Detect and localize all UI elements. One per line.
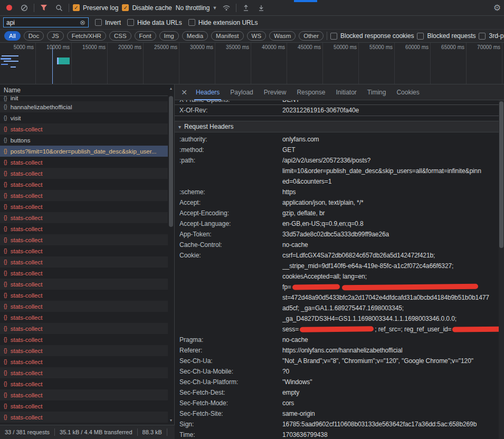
name-column-header[interactable]: Name (0, 84, 174, 96)
network-conditions-button[interactable] (221, 3, 232, 13)
request-row[interactable]: {}stats-collect (0, 412, 168, 423)
tab-response[interactable]: Response (291, 84, 330, 100)
filter-pill-js[interactable]: JS (47, 31, 63, 41)
timeline-label: 5000 ms (0, 43, 36, 84)
export-har-button[interactable] (255, 3, 267, 13)
request-list-scrollbar[interactable]: ▲ ▼ (168, 84, 174, 425)
scroll-up-icon[interactable]: ▲ (168, 85, 174, 92)
blocked-requests-checkbox[interactable]: Blocked requests (417, 32, 476, 40)
request-row[interactable]: {}stats-collect (0, 279, 168, 290)
detail-scrollbar[interactable] (499, 100, 504, 439)
network-filter-input[interactable] (6, 19, 78, 26)
filter-pill-media[interactable]: Media (182, 31, 208, 41)
request-row[interactable]: {}stats-collect (0, 378, 168, 389)
request-row[interactable]: {}stats-collect (0, 400, 168, 412)
hide-extension-urls-checkbox[interactable]: Hide extension URLs (188, 19, 258, 26)
request-row[interactable]: {}stats-collect (0, 223, 168, 234)
request-row[interactable]: {}stats-collect (0, 201, 168, 212)
filter-button[interactable] (38, 3, 50, 13)
tab-cookies[interactable]: Cookies (391, 84, 424, 100)
settings-gear-icon[interactable]: ⚙ (493, 3, 501, 13)
disable-cache-checkbox[interactable]: ✓ Disable cache (122, 4, 172, 12)
request-row[interactable]: {}stats-collect (0, 157, 168, 168)
scrollbar-thumb[interactable] (499, 101, 503, 248)
request-row[interactable]: {}hannahelizabethofficial (0, 101, 168, 112)
request-row[interactable]: {}stats-collect (0, 234, 168, 245)
invert-checkbox[interactable]: Invert (95, 19, 121, 26)
request-row[interactable]: {}stats-collect (0, 312, 168, 323)
request-row[interactable]: {}stats-collect (0, 323, 168, 334)
script-icon: {} (4, 281, 7, 287)
filter-pill-css[interactable]: CSS (109, 31, 131, 41)
filter-pill-font[interactable]: Font (135, 31, 156, 41)
header-value: 202312261916-30670fa40e (282, 105, 499, 116)
header-value: "Windows" (282, 377, 499, 387)
import-har-icon (242, 4, 250, 12)
filter-pill-img[interactable]: Img (159, 31, 179, 41)
header-value-line: https (282, 187, 499, 197)
tab-payload[interactable]: Payload (225, 84, 258, 100)
request-row-selected[interactable]: {}posts?limit=10&order=publish_date_desc… (0, 146, 168, 157)
request-row[interactable]: {}stats-collect (0, 256, 168, 268)
request-row[interactable]: {}stats-collect (0, 245, 168, 256)
third-party-requests-checkbox[interactable]: 3rd-party requests (479, 32, 504, 40)
header-row: :scheme:https (175, 187, 499, 197)
tab-timing[interactable]: Timing (362, 84, 392, 100)
timeline-overview[interactable]: 5000 ms10000 ms15000 ms20000 ms25000 ms3… (0, 43, 504, 84)
tab-initiator[interactable]: Initiator (330, 84, 362, 100)
toolbar-divider (236, 4, 236, 12)
request-row[interactable]: {}stats-collect (0, 356, 168, 367)
tab-headers[interactable]: Headers (191, 84, 225, 100)
request-row[interactable]: {}stats-collect (0, 123, 168, 135)
throttling-select[interactable]: No throttling ▼ (176, 4, 217, 12)
request-headers-section[interactable]: ▾ Request Headers (175, 121, 499, 132)
waterfall-bar (1, 64, 8, 65)
request-row[interactable]: {}buttons (0, 135, 168, 146)
timeline-label: 65000 ms (431, 43, 467, 84)
scroll-down-icon[interactable]: ▼ (168, 417, 174, 424)
clear-filter-icon[interactable]: ⊗ (80, 19, 85, 26)
request-row[interactable]: {}stats-collect (0, 334, 168, 345)
clear-button[interactable] (18, 3, 30, 13)
header-name: Pragma: (179, 335, 282, 345)
timeline-label: 60000 ms (395, 43, 431, 84)
header-value-line: ed=0&counters=1 (282, 176, 499, 187)
script-icon: {} (4, 392, 7, 398)
request-row[interactable]: {}stats-collect (0, 179, 168, 190)
filter-pill-other[interactable]: Other (299, 31, 324, 41)
request-row[interactable]: {}stats-collect (0, 367, 168, 378)
request-row[interactable]: {}stats-collect (0, 345, 168, 356)
request-row[interactable]: {}stats-collect (0, 268, 168, 279)
request-row[interactable]: {}stats-collect (0, 389, 168, 400)
filter-pill-fetch-xhr[interactable]: Fetch/XHR (67, 31, 106, 41)
hide-data-urls-checkbox[interactable]: Hide data URLs (127, 19, 182, 26)
script-icon: {} (4, 182, 7, 187)
scrollbar-thumb[interactable] (169, 96, 173, 227)
request-row[interactable]: {}visit (0, 112, 168, 123)
filter-pill-manifest[interactable]: Manifest (211, 31, 243, 41)
header-value: https (282, 187, 499, 197)
header-value: no-cache (282, 335, 499, 345)
request-row[interactable]: {}stats-collect (0, 301, 168, 312)
filter-pill-all[interactable]: All (4, 31, 21, 41)
request-row[interactable]: {}stats-collect (0, 212, 168, 223)
import-har-button[interactable] (240, 3, 252, 13)
filter-pill-ws[interactable]: WS (247, 31, 267, 41)
filter-pill-wasm[interactable]: Wasm (269, 31, 296, 41)
close-icon[interactable]: ✕ (178, 88, 191, 97)
header-value-line: st=472d48a90d5433bfc2a2d17042e4dfdcafd31… (282, 292, 499, 303)
record-button[interactable] (3, 3, 15, 13)
preserve-log-checkbox[interactable]: ✓ Preserve log (73, 4, 118, 12)
search-button[interactable] (53, 3, 65, 13)
checkbox-unchecked-icon (417, 33, 424, 40)
request-row[interactable]: {}stats-collect (0, 168, 168, 179)
script-icon: {} (4, 159, 7, 165)
request-row[interactable]: {}stats-collect (0, 190, 168, 201)
tab-preview[interactable]: Preview (259, 84, 292, 100)
request-row[interactable]: {}stats-collect (0, 290, 168, 301)
blocked-response-cookies-checkbox[interactable]: Blocked response cookies (330, 32, 414, 40)
header-name: App-Token: (179, 229, 282, 240)
filter-pill-doc[interactable]: Doc (24, 31, 44, 41)
filter-bar: ⊗ Invert Hide data URLs Hide extension U… (0, 16, 504, 30)
request-row[interactable]: {}init (0, 96, 168, 101)
